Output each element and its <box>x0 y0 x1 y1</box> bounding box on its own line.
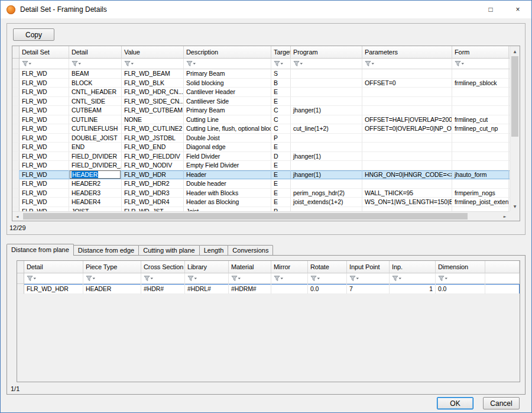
cell-description[interactable]: Empty Field Divider <box>184 161 271 170</box>
inline-edit-input[interactable]: HEADER <box>70 170 121 179</box>
table-row[interactable]: FLR_WDBEAMFLR_WD_BEAMPrimary BeamS <box>12 69 510 79</box>
copy-button[interactable]: Copy <box>13 28 54 41</box>
cell-program[interactable]: jhanger(1) <box>291 106 362 115</box>
scrollbar-thumb[interactable] <box>511 56 518 137</box>
cell-mirror[interactable] <box>271 284 308 294</box>
cell-target[interactable]: E <box>271 88 291 97</box>
table-row[interactable]: FLR_WDFIELD_DIVIDERFLR_WD_FIELDDIVField … <box>12 152 510 162</box>
cell-value[interactable]: FLR_WD_CUTBEAM <box>122 106 184 115</box>
cell-value[interactable]: FLR_WD_HDR4 <box>122 198 184 207</box>
cell-form[interactable] <box>452 88 509 97</box>
filter-funnel-icon[interactable] <box>274 60 284 67</box>
row-selector[interactable] <box>12 88 20 97</box>
table-row[interactable]: FLR_WDCUTLINENONECutting LineCOFFSET=HAL… <box>12 115 510 125</box>
cell-description[interactable]: Cantiliever Side <box>184 97 271 107</box>
cell-program[interactable]: jhanger(1) <box>291 152 362 162</box>
cell-program[interactable] <box>291 161 362 170</box>
filter-cell-detail[interactable] <box>24 273 83 284</box>
cell-target[interactable]: E <box>271 143 291 152</box>
cell-parameters[interactable] <box>362 143 452 152</box>
cell-parameters[interactable]: WS_ON=1|WS_LENGTH=150|BL... <box>362 198 452 207</box>
cell-library[interactable]: #HDRL# <box>185 284 229 294</box>
tab-distance-from-edge[interactable]: Distance from edge <box>73 245 139 255</box>
cell-inp[interactable]: 1 <box>390 284 436 294</box>
cell-detail[interactable]: HEADER <box>69 170 122 180</box>
ok-button[interactable]: OK <box>437 397 473 409</box>
cell-form[interactable]: frmlinep_cut_np <box>452 124 509 134</box>
row-selector[interactable] <box>12 207 20 212</box>
filter-funnel-icon[interactable] <box>124 60 135 67</box>
cell-detail[interactable]: HEADER3 <box>69 189 122 198</box>
cell-parameters[interactable]: WALL_THICK=95 <box>362 189 452 198</box>
filter-funnel-icon[interactable] <box>187 275 198 282</box>
filter-cell-detail-set[interactable] <box>20 59 69 69</box>
column-header-detail[interactable]: Detail <box>69 46 122 59</box>
cell-detail[interactable]: FLR_WD_HDR <box>24 284 83 294</box>
maximize-button[interactable]: □ <box>477 1 504 18</box>
filter-funnel-icon[interactable] <box>86 275 96 282</box>
cell-program[interactable]: joist_extends(1+2) <box>291 198 362 207</box>
cell-target[interactable]: P <box>271 207 291 212</box>
cell-form[interactable] <box>452 161 509 170</box>
filter-funnel-icon[interactable] <box>27 275 37 282</box>
table-row[interactable]: FLR_WDHEADERFLR_WD_HDRHeaderEjhanger(1)H… <box>12 170 510 180</box>
tab-conversions[interactable]: Conversions <box>228 245 273 255</box>
cell-detail[interactable]: JOIST <box>69 207 122 212</box>
cell-parameters[interactable] <box>362 161 452 170</box>
cell-detail-set[interactable]: FLR_WD <box>20 69 69 79</box>
cell-value[interactable]: FLR_WD_HDR_CN... <box>122 88 184 97</box>
row-selector[interactable] <box>12 152 20 162</box>
cell-parameters[interactable] <box>362 134 452 143</box>
row-selector[interactable] <box>12 161 20 170</box>
column-header-detail-set[interactable]: Detail Set <box>20 46 69 59</box>
filter-funnel-icon[interactable] <box>310 275 321 282</box>
cell-detail[interactable]: CNTL_SIDE <box>69 97 122 107</box>
cell-form[interactable] <box>452 69 509 79</box>
cell-form[interactable]: frmperim_nogs <box>452 189 509 198</box>
cell-value[interactable]: FLR_WD_NODIV <box>122 161 184 170</box>
filter-cell-detail[interactable] <box>69 59 122 69</box>
row-selector[interactable] <box>12 124 20 134</box>
tab-cutting-with-plane[interactable]: Cutting with plane <box>138 245 199 255</box>
close-button[interactable]: × <box>504 1 531 18</box>
cell-program[interactable]: perim_nogs_hdr(2) <box>291 189 362 198</box>
cell-target[interactable]: C <box>271 106 291 115</box>
cell-target[interactable]: E <box>271 97 291 107</box>
cell-target[interactable]: E <box>271 170 291 180</box>
cell-target[interactable]: C <box>271 115 291 125</box>
filter-cell-parameters[interactable] <box>362 59 452 69</box>
filter-cell-description[interactable] <box>184 59 271 69</box>
row-selector[interactable] <box>12 179 20 189</box>
cell-rotate[interactable]: 0.0 <box>308 284 347 294</box>
cell-value[interactable]: FLR_WD_JST <box>122 207 184 212</box>
filter-funnel-icon[interactable] <box>144 275 154 282</box>
column-header-detail[interactable]: Detail <box>24 261 83 273</box>
column-header-cross-section[interactable]: Cross Section <box>141 261 185 273</box>
cell-value[interactable]: FLR_WD_END <box>122 143 184 152</box>
cell-cross-section[interactable]: #HDR# <box>141 284 185 294</box>
scroll-left-icon[interactable]: ◄ <box>12 212 22 221</box>
cell-detail-set[interactable]: FLR_WD <box>20 124 69 134</box>
filter-funnel-icon[interactable] <box>392 275 403 282</box>
cell-detail[interactable]: CNTL_HEADER <box>69 88 122 97</box>
cell-detail-set[interactable]: FLR_WD <box>20 97 69 107</box>
cell-program[interactable]: jhanger(1) <box>291 170 362 180</box>
cell-target[interactable]: C <box>271 124 291 134</box>
scroll-down-icon[interactable]: ▼ <box>510 201 520 211</box>
column-header-value[interactable]: Value <box>122 46 184 59</box>
row-selector[interactable] <box>12 97 20 107</box>
column-header-program[interactable]: Program <box>291 46 362 59</box>
cell-value[interactable]: FLR_WD_HDR <box>122 170 184 180</box>
column-header-inp[interactable]: Inp. <box>390 261 436 273</box>
table-row[interactable]: FLR_WDCUTLINEFLUSHFLR_WD_CUTLINE2Cutting… <box>12 124 510 134</box>
column-header-piece-type[interactable]: Piece Type <box>83 261 141 273</box>
column-header-parameters[interactable]: Parameters <box>362 46 452 59</box>
row-selector[interactable] <box>12 134 20 143</box>
cell-parameters[interactable] <box>362 69 452 79</box>
column-header-library[interactable]: Library <box>185 261 229 273</box>
cell-description[interactable]: Primary Beam <box>184 106 271 115</box>
filter-funnel-icon[interactable] <box>349 275 360 282</box>
cell-parameters[interactable] <box>362 207 452 212</box>
cell-detail-set[interactable]: FLR_WD <box>20 198 69 207</box>
cell-material[interactable]: #HDRM# <box>229 284 271 294</box>
